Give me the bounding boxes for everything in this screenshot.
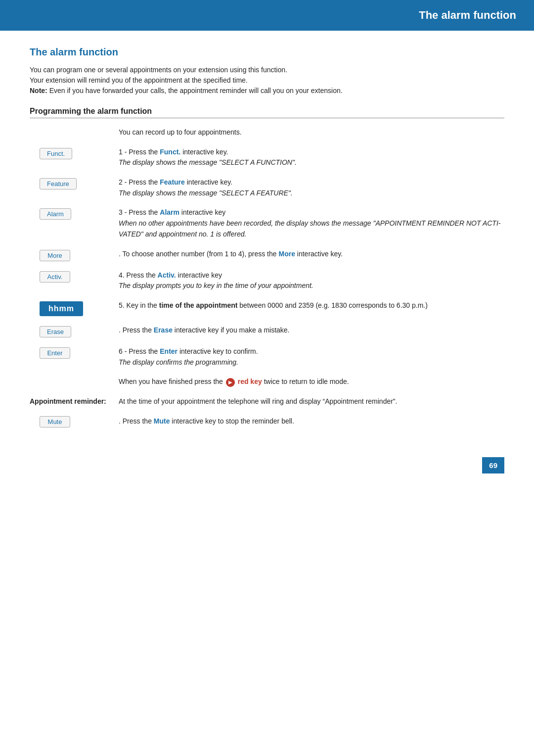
- step-3-bold: Alarm: [160, 208, 179, 216]
- step-4-main: 4. Press the: [119, 271, 158, 279]
- key-col-enter: Enter: [30, 346, 119, 359]
- step-2-after: interactive key.: [185, 178, 232, 186]
- step-1-main: 1 - Press the: [119, 148, 160, 156]
- intro-record-row: You can record up to four appointments.: [30, 127, 504, 138]
- appointment-reminder-row: Appointment reminder: At the time of you…: [30, 396, 504, 407]
- step-6-italic: The display confirms the programming.: [119, 358, 238, 366]
- intro-note: Note: Even if you have forwarded your ca…: [30, 87, 343, 94]
- funct-key[interactable]: Funct.: [40, 148, 72, 159]
- step-4-row: Activ. 4. Press the Activ. interactive k…: [30, 270, 504, 291]
- step-3-after: interactive key: [179, 208, 225, 216]
- note-label: Note:: [30, 87, 47, 94]
- step-1-italic: The display shows the message "SELECT A …: [119, 158, 297, 166]
- mute-bold: Mute: [154, 417, 170, 425]
- step-5-text: 5. Key in the time of the appointment be…: [119, 300, 504, 311]
- appt-text1: At the time of your appointment the tele…: [119, 397, 397, 405]
- step-4-bold: Activ.: [158, 271, 176, 279]
- red-key-before: When you have finished press the: [119, 378, 225, 385]
- header-title: The alarm function: [419, 9, 516, 21]
- step-more-row: More . To choose another number (from 1 …: [30, 249, 504, 261]
- step-2-italic: The display shows the message "SELECT A …: [119, 189, 293, 197]
- mute-key[interactable]: Mute: [40, 416, 70, 427]
- header-banner: The alarm function: [0, 0, 534, 31]
- key-col-more: More: [30, 249, 119, 261]
- key-col-empty-1: [30, 127, 119, 128]
- step-more-text: . To choose another number (from 1 to 4)…: [119, 249, 504, 260]
- step-6-bold: Enter: [160, 347, 178, 355]
- key-col-activ: Activ.: [30, 270, 119, 283]
- step-2-text: 2 - Press the Feature interactive key. T…: [119, 177, 504, 198]
- step-3-main: 3 - Press the: [119, 208, 160, 216]
- mute-key-col: Mute: [30, 416, 119, 427]
- step-4-italic: The display prompts you to key in the ti…: [119, 282, 313, 289]
- step-6-main: 6 - Press the: [119, 347, 160, 355]
- key-col-red-empty: [30, 377, 119, 378]
- step-2-main: 2 - Press the: [119, 178, 160, 186]
- intro-record-text: You can record up to four appointments.: [119, 127, 504, 138]
- section-heading: Programming the alarm function: [30, 107, 504, 118]
- step-more-prefix: . To choose another number (from 1 to 4)…: [119, 250, 278, 258]
- enter-key[interactable]: Enter: [40, 347, 70, 359]
- erase-key[interactable]: Erase: [40, 326, 71, 337]
- step-3-row: Alarm 3 - Press the Alarm interactive ke…: [30, 207, 504, 239]
- step-erase-text: . Press the Erase interactive key if you…: [119, 325, 504, 336]
- step-more-after: interactive key.: [295, 250, 343, 258]
- step-1-text: 1 - Press the Funct. interactive key. Th…: [119, 147, 504, 168]
- more-key[interactable]: More: [40, 250, 70, 261]
- activ-key[interactable]: Activ.: [40, 271, 70, 283]
- step-6-text: 6 - Press the Enter interactive key to c…: [119, 346, 504, 368]
- mute-text: . Press the Mute interactive key to stop…: [119, 416, 504, 427]
- step-erase-row: Erase . Press the Erase interactive key …: [30, 325, 504, 337]
- step-3-text: 3 - Press the Alarm interactive key When…: [119, 207, 504, 239]
- key-col-funct: Funct.: [30, 147, 119, 159]
- step-4-after: interactive key: [176, 271, 222, 279]
- step-erase-bold: Erase: [154, 326, 173, 334]
- step-4-text: 4. Press the Activ. interactive key The …: [119, 270, 504, 291]
- step-red-key-row: When you have finished press the ▶ red k…: [30, 377, 504, 387]
- key-col-erase: Erase: [30, 325, 119, 337]
- appointment-reminder-text: At the time of your appointment the tele…: [119, 396, 504, 407]
- feature-key[interactable]: Feature: [40, 178, 77, 189]
- page-number: 69: [482, 457, 504, 473]
- page-title: The alarm function: [30, 47, 504, 58]
- intro-text: You can program one or several appointme…: [30, 65, 504, 96]
- red-key-after: twice to return to idle mode.: [264, 378, 349, 385]
- intro-line1: You can program one or several appointme…: [30, 66, 287, 74]
- step-5-after: between 0000 and 2359 (e.g. 1830 corresp…: [237, 301, 428, 309]
- mute-prefix: . Press the: [119, 417, 154, 425]
- hhmm-key[interactable]: hhmm: [40, 301, 83, 316]
- alarm-key[interactable]: Alarm: [40, 208, 71, 220]
- key-col-feature: Feature: [30, 177, 119, 189]
- intro-line2: Your extension will remind you of the ap…: [30, 76, 248, 84]
- key-col-hhmm: hhmm: [30, 300, 119, 316]
- step-1-after: interactive key.: [180, 148, 228, 156]
- step-more-bold: More: [278, 250, 295, 258]
- step-5-row: hhmm 5. Key in the time of the appointme…: [30, 300, 504, 316]
- page-content: The alarm function You can program one o…: [0, 31, 534, 489]
- red-key-icon: ▶: [226, 378, 235, 387]
- step-1-row: Funct. 1 - Press the Funct. interactive …: [30, 147, 504, 168]
- key-col-alarm: Alarm: [30, 207, 119, 220]
- step-5-bold: time of the appointment: [159, 301, 238, 309]
- note-text: Even if you have forwarded your calls, t…: [49, 87, 343, 94]
- appointment-reminder-label: Appointment reminder:: [30, 396, 119, 405]
- step-red-key-text: When you have finished press the ▶ red k…: [119, 377, 504, 387]
- step-6-after: interactive key to confirm.: [178, 347, 258, 355]
- step-6-row: Enter 6 - Press the Enter interactive ke…: [30, 346, 504, 368]
- page-number-container: 69: [30, 457, 504, 473]
- step-erase-after: interactive key if you make a mistake.: [173, 326, 290, 334]
- step-1-bold: Funct.: [160, 148, 180, 156]
- step-2-row: Feature 2 - Press the Feature interactiv…: [30, 177, 504, 198]
- mute-after: interactive key to stop the reminder bel…: [170, 417, 294, 425]
- step-5-pre: 5. Key in the: [119, 301, 159, 309]
- step-2-bold: Feature: [160, 178, 185, 186]
- step-erase-prefix: . Press the: [119, 326, 154, 334]
- mute-row: Mute . Press the Mute interactive key to…: [30, 416, 504, 427]
- red-key-bold: red key: [238, 378, 262, 385]
- step-3-italic: When no other appointments have been rec…: [119, 219, 500, 238]
